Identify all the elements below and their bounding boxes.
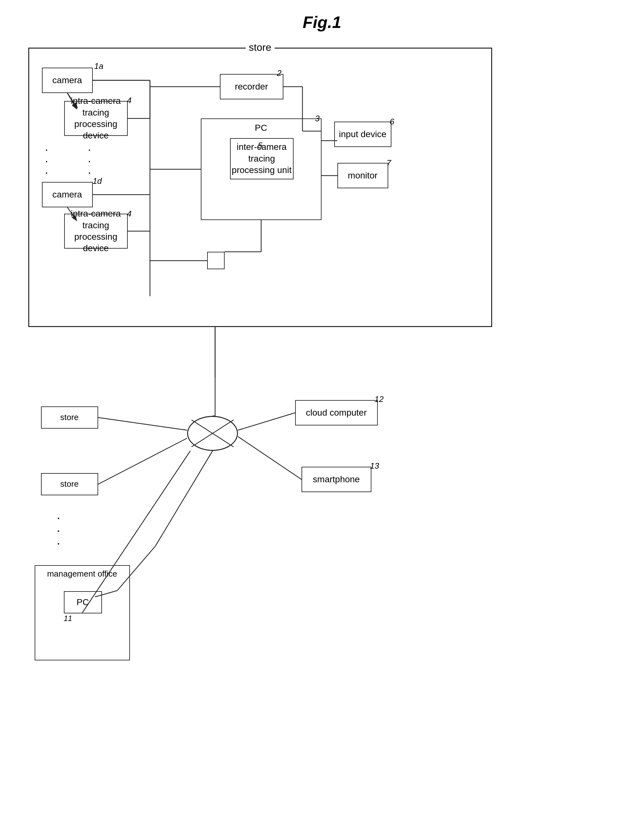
svg-line-31 bbox=[95, 591, 117, 597]
ref-4b: 4 bbox=[127, 209, 131, 219]
ref-5: 5 bbox=[258, 141, 262, 150]
svg-line-32 bbox=[82, 451, 190, 613]
svg-line-29 bbox=[155, 451, 213, 546]
ref-1d: 1d bbox=[93, 176, 102, 186]
camera-1a-box: camera bbox=[42, 68, 93, 93]
store-boundary: store camera 1a intra-cameratracingproce… bbox=[28, 47, 492, 327]
ref-4a: 4 bbox=[127, 96, 131, 106]
svg-line-26 bbox=[98, 438, 187, 484]
ref-2: 2 bbox=[277, 68, 281, 78]
page-title: Fig.1 bbox=[303, 13, 341, 32]
svg-line-30 bbox=[117, 546, 155, 591]
ref-1a: 1a bbox=[95, 61, 104, 71]
ref-3: 3 bbox=[315, 113, 320, 123]
camera-1d-box: camera bbox=[42, 182, 93, 207]
ref-6: 6 bbox=[390, 117, 394, 127]
store-label: store bbox=[246, 42, 275, 54]
pc-box: PC inter-cameratracingprocessing unit bbox=[201, 118, 322, 220]
svg-line-28 bbox=[238, 437, 301, 479]
intra-camera-1-box: intra-cameratracingprocessing device bbox=[64, 101, 128, 136]
intra-camera-2-box: intra-cameratracingprocessing device bbox=[64, 214, 128, 249]
recorder-box: recorder bbox=[220, 74, 283, 99]
network-area: store store ··· cloud computer 12 smartp… bbox=[28, 375, 492, 660]
svg-line-25 bbox=[98, 418, 187, 430]
store-to-network-line bbox=[28, 327, 492, 378]
dots-intra: ··· bbox=[88, 144, 92, 178]
connector-box bbox=[207, 252, 225, 269]
monitor-box: monitor bbox=[338, 163, 388, 188]
dots-cameras: ··· bbox=[45, 144, 49, 178]
svg-line-27 bbox=[238, 413, 295, 430]
network-lines bbox=[28, 375, 492, 660]
input-device-box: input device bbox=[334, 121, 391, 147]
pc-label: PC bbox=[255, 122, 267, 134]
ref-7: 7 bbox=[387, 158, 391, 168]
